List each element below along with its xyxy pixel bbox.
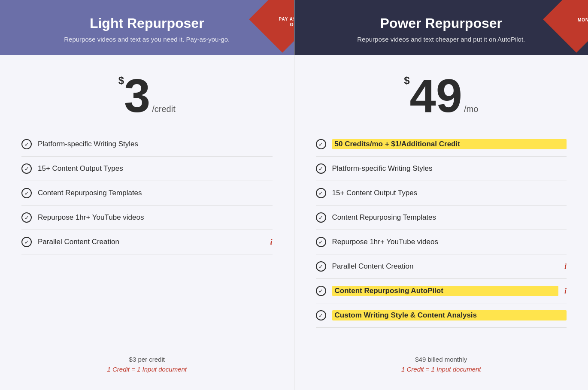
plan-body-light: $3/credit✓Platform-specific Writing Styl… (0, 55, 294, 390)
feature-label-power-1: Platform-specific Writing Styles (332, 164, 567, 173)
footer-main-power: $49 billed monthly (316, 356, 567, 363)
list-item: ✓15+ Content Output Types (21, 157, 273, 181)
footer-sub-power: 1 Credit = 1 Input document (316, 366, 567, 373)
feature-label-light-0: Platform-specific Writing Styles (38, 140, 273, 148)
check-icon: ✓ (316, 310, 326, 320)
plan-power: Power RepurposerRepurpose videos and tex… (294, 0, 588, 390)
badge-power: MONTHLY (543, 0, 588, 53)
feature-label-power-6: Content Repurposing AutoPilot (332, 286, 558, 296)
feature-label-light-4: Parallel Content Creation (38, 238, 264, 246)
info-icon[interactable]: i (270, 238, 272, 247)
price-period-power: /mo (464, 105, 478, 113)
info-icon[interactable]: i (564, 262, 567, 271)
footer-main-light: $3 per credit (21, 356, 273, 363)
list-item: ✓Repurpose 1hr+ YouTube videos (316, 230, 567, 254)
plan-subtitle-power: Repurpose videos and text cheaper and pu… (312, 36, 571, 43)
check-icon: ✓ (21, 237, 32, 247)
price-block-light: $3/credit (21, 55, 273, 132)
check-icon: ✓ (21, 188, 32, 198)
price-period-light: /credit (152, 105, 175, 113)
features-list-light: ✓Platform-specific Writing Styles✓15+ Co… (21, 132, 273, 334)
badge-text-power: MONTHLY (573, 17, 588, 23)
plan-title-light: Light Repurposer (17, 15, 277, 31)
price-number-light: 3 (124, 72, 150, 119)
check-icon: ✓ (21, 212, 32, 223)
price-number-power: 49 (410, 72, 462, 119)
list-item: ✓Platform-specific Writing Styles (316, 157, 567, 181)
pricing-container: Light RepurposerRepurpose videos and tex… (0, 0, 588, 390)
list-item: ✓Parallel Content Creationi (316, 254, 567, 279)
price-block-power: $49/mo (316, 55, 567, 132)
check-icon: ✓ (316, 212, 326, 223)
plan-footer-light: $3 per credit1 Credit = 1 Input document (21, 347, 273, 373)
check-icon: ✓ (316, 286, 326, 296)
feature-label-light-3: Repurpose 1hr+ YouTube videos (38, 213, 273, 222)
check-icon: ✓ (316, 261, 326, 272)
price-dollar-power: $ (404, 76, 409, 86)
feature-label-power-7: Custom Writing Style & Content Analysis (332, 310, 567, 320)
list-item: ✓Content Repurposing Templates (21, 181, 273, 206)
badge-text-light: PAY AS YOU GO (276, 16, 294, 27)
plan-subtitle-light: Repurpose videos and text as you need it… (17, 36, 277, 43)
feature-label-power-0: 50 Credits/mo + $1/Additional Credit (332, 139, 567, 149)
list-item: ✓Platform-specific Writing Styles (21, 132, 273, 157)
plan-header-power: Power RepurposerRepurpose videos and tex… (294, 0, 588, 55)
feature-label-light-1: 15+ Content Output Types (38, 164, 273, 173)
check-icon: ✓ (316, 163, 326, 174)
plan-header-light: Light RepurposerRepurpose videos and tex… (0, 0, 294, 55)
list-item: ✓Content Repurposing AutoPiloti (316, 279, 567, 303)
feature-label-light-2: Content Repurposing Templates (38, 189, 273, 197)
check-icon: ✓ (21, 163, 32, 174)
check-icon: ✓ (316, 237, 326, 247)
plan-title-power: Power Repurposer (312, 15, 571, 31)
check-icon: ✓ (21, 139, 32, 149)
feature-label-power-5: Parallel Content Creation (332, 262, 558, 271)
price-dollar-light: $ (118, 76, 124, 86)
check-icon: ✓ (316, 188, 326, 198)
feature-label-power-2: 15+ Content Output Types (332, 189, 567, 197)
check-icon: ✓ (316, 139, 326, 149)
plan-footer-power: $49 billed monthly1 Credit = 1 Input doc… (316, 347, 567, 373)
list-item: ✓Parallel Content Creationi (21, 230, 273, 254)
features-list-power: ✓50 Credits/mo + $1/Additional Credit✓Pl… (316, 132, 567, 334)
list-item: ✓Custom Writing Style & Content Analysis (316, 303, 567, 328)
plan-body-power: $49/mo✓50 Credits/mo + $1/Additional Cre… (294, 55, 588, 390)
list-item: ✓Repurpose 1hr+ YouTube videos (21, 206, 273, 230)
footer-sub-light: 1 Credit = 1 Input document (21, 366, 273, 373)
plan-light: Light RepurposerRepurpose videos and tex… (0, 0, 294, 390)
feature-label-power-4: Repurpose 1hr+ YouTube videos (332, 238, 567, 246)
info-icon[interactable]: i (564, 287, 567, 296)
list-item: ✓Content Repurposing Templates (316, 206, 567, 230)
feature-label-power-3: Content Repurposing Templates (332, 213, 567, 222)
list-item: ✓15+ Content Output Types (316, 181, 567, 206)
list-item: ✓50 Credits/mo + $1/Additional Credit (316, 132, 567, 157)
